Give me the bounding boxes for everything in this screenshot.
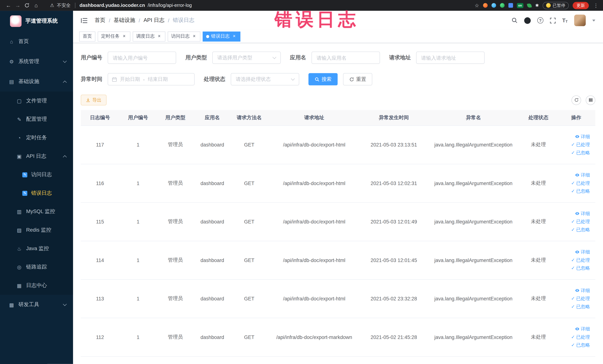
cell-user-id: 1: [119, 241, 157, 279]
processed-link[interactable]: ✓已处理: [571, 218, 590, 225]
extension-on-icon[interactable]: on: [517, 3, 523, 8]
ignored-link[interactable]: ✓已忽略: [571, 188, 590, 194]
paused-badge[interactable]: 已暂停: [543, 2, 569, 9]
tab-scheduled-tasks[interactable]: 定时任务 ×: [98, 31, 130, 41]
sidebar-item-file-management[interactable]: ▢ 文件管理: [0, 92, 73, 110]
detail-link[interactable]: 详细: [575, 326, 590, 332]
sidebar-item-system-management[interactable]: ⚙ 系统管理: [0, 52, 73, 71]
sidebar-item-java-monitor[interactable]: ♨ Java 监控: [0, 239, 73, 258]
close-icon[interactable]: ×: [156, 34, 162, 39]
cell-log-id: 114: [81, 241, 119, 279]
processed-link[interactable]: ✓已处理: [571, 257, 590, 263]
github-icon[interactable]: [524, 17, 531, 23]
reset-button[interactable]: 重置: [343, 73, 372, 85]
extension-green-icon[interactable]: [500, 3, 505, 8]
reload-icon[interactable]: [22, 3, 32, 8]
sidebar-item-dev-tools[interactable]: ▩ 研发工具: [0, 295, 73, 315]
tab-error-log[interactable]: 错误日志 ×: [203, 31, 240, 41]
detail-link[interactable]: 详细: [575, 249, 590, 255]
help-icon[interactable]: ?: [537, 17, 543, 23]
sidebar-toggle-icon[interactable]: [81, 17, 88, 23]
extension-orange-icon[interactable]: [483, 3, 487, 8]
sidebar-item-scheduled-tasks[interactable]: ◔ 定时任务: [0, 129, 73, 147]
column-settings-button[interactable]: [586, 95, 595, 105]
avatar[interactable]: [574, 15, 586, 26]
home-icon[interactable]: ⌂: [32, 2, 41, 8]
extension-blue-icon[interactable]: [491, 3, 496, 8]
eye-icon: [575, 327, 580, 331]
extension-leaf-icon[interactable]: [527, 3, 532, 8]
back-icon[interactable]: ←: [4, 2, 13, 8]
check-icon: ✓: [571, 188, 575, 194]
bookmark-star-icon[interactable]: ☆: [475, 2, 479, 8]
cell-exception: java.lang.IllegalArgumentException: [427, 241, 520, 279]
tab-schedule-log[interactable]: 调度日志 ×: [133, 31, 165, 41]
sidebar-item-redis-monitor[interactable]: ▨ Redis 监控: [0, 221, 73, 239]
sidebar-item-log-center[interactable]: ▦ 日志中心: [0, 276, 73, 295]
check-icon: ✓: [571, 150, 575, 155]
tab-access-log[interactable]: 访问日志 ×: [168, 31, 200, 41]
sidebar-item-link-tracing[interactable]: ◎ 链路追踪: [0, 258, 73, 276]
sidebar-item-error-log[interactable]: ✎ 错误日志: [0, 184, 73, 202]
detail-link[interactable]: 详细: [575, 133, 590, 140]
sidebar-item-mysql-monitor[interactable]: ▥ MySQL 监控: [0, 202, 73, 221]
processed-link[interactable]: ✓已处理: [571, 334, 590, 340]
extension-grid-icon[interactable]: [508, 3, 513, 8]
user-type-select[interactable]: 请选择用户类型: [212, 52, 281, 64]
cell-status: 未处理: [520, 318, 557, 356]
avatar-caret-icon[interactable]: [592, 20, 595, 21]
export-button[interactable]: 导出: [81, 94, 107, 105]
extension-paw-icon[interactable]: ✱: [535, 3, 539, 8]
sidebar-item-config-management[interactable]: ✎ 配置管理: [0, 110, 73, 129]
check-icon: ✓: [571, 227, 575, 232]
sidebar-item-home[interactable]: ⌂ 首页: [0, 32, 73, 52]
eye-icon: [575, 173, 580, 177]
sidebar-logo[interactable]: 芋道管理系统: [0, 11, 73, 32]
ignored-link[interactable]: ✓已忽略: [571, 303, 590, 310]
tab-home[interactable]: 首页: [79, 31, 95, 41]
font-size-large-glyph: T: [562, 17, 566, 23]
question-glyph: ?: [537, 17, 543, 23]
detail-link[interactable]: 详细: [575, 210, 590, 217]
app-name-input[interactable]: [312, 52, 380, 64]
detail-link[interactable]: 详细: [575, 287, 590, 294]
user-id-input[interactable]: [108, 52, 176, 64]
cell-app-name: dashboard: [194, 164, 231, 202]
ignored-link[interactable]: ✓已忽略: [571, 342, 590, 348]
filter-request-url: 请求地址: [389, 52, 485, 64]
date-range-picker[interactable]: 开始日期 - 结束日期: [108, 73, 195, 85]
chrome-toolbar: ☆ on ✱ 已暂停 更新 ⋮: [475, 2, 599, 9]
close-icon[interactable]: ×: [191, 34, 197, 39]
cell-time: 2021-05-03 12:01:45: [361, 241, 427, 279]
process-status-select[interactable]: 请选择处理状态: [231, 73, 299, 85]
request-url-input[interactable]: [416, 52, 485, 64]
forward-icon[interactable]: →: [13, 2, 23, 8]
breadcrumb-api-logs[interactable]: API 日志: [143, 17, 164, 24]
search-button[interactable]: 搜索: [308, 73, 338, 85]
filter-label: 用户编号: [81, 54, 102, 61]
refresh-table-button[interactable]: [571, 95, 581, 105]
processed-link[interactable]: ✓已处理: [571, 295, 590, 302]
processed-link[interactable]: ✓已处理: [571, 180, 590, 186]
ignored-link[interactable]: ✓已忽略: [571, 226, 590, 233]
sidebar-item-api-logs[interactable]: ▣ API 日志: [0, 147, 73, 165]
address-bar[interactable]: ⚠ 不安全 dashboard.yudao.iocoder.cn/infra/l…: [50, 2, 192, 9]
browser-menu-icon[interactable]: ⋮: [593, 2, 599, 8]
security-label[interactable]: 不安全: [57, 2, 71, 9]
processed-link[interactable]: ✓已处理: [571, 141, 590, 148]
close-icon[interactable]: ×: [232, 34, 237, 39]
breadcrumb-infrastructure[interactable]: 基础设施: [114, 17, 135, 24]
detail-link[interactable]: 详细: [575, 172, 590, 178]
sidebar-item-infrastructure[interactable]: ▤ 基础设施: [0, 71, 73, 92]
update-browser-button[interactable]: 更新: [573, 2, 589, 9]
breadcrumb-home[interactable]: 首页: [94, 17, 105, 24]
search-button-label: 搜索: [321, 76, 331, 83]
ignored-link[interactable]: ✓已忽略: [571, 150, 590, 156]
fullscreen-icon[interactable]: [550, 17, 556, 23]
chevron-down-icon: [272, 55, 276, 59]
close-icon[interactable]: ×: [122, 34, 127, 39]
search-icon[interactable]: [511, 17, 518, 23]
font-size-icon[interactable]: TT: [562, 17, 568, 23]
ignored-link[interactable]: ✓已忽略: [571, 265, 590, 271]
sidebar-item-access-log[interactable]: ✎ 访问日志: [0, 165, 73, 184]
